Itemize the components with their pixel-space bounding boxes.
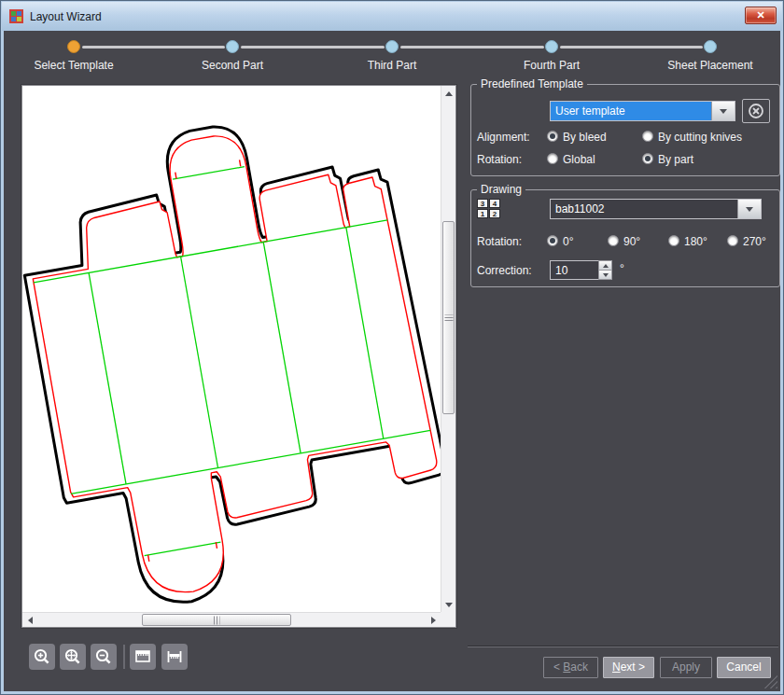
- scroll-down-button[interactable]: [441, 597, 456, 612]
- step-dot-second-part[interactable]: [226, 40, 239, 53]
- drawing-combobox-dropdown[interactable]: [737, 200, 761, 218]
- drawing-rotation-label: Rotation:: [477, 235, 522, 248]
- alignment-by-bleed-label[interactable]: By bleed: [563, 131, 607, 144]
- apply-button[interactable]: Apply: [660, 657, 712, 678]
- dieline-drawing: [22, 86, 441, 612]
- rotation-global-label[interactable]: Global: [563, 153, 595, 166]
- rotation-180-label[interactable]: 180°: [684, 235, 707, 248]
- window-title: Layout Wizard: [30, 10, 102, 23]
- template-combobox-dropdown[interactable]: [711, 102, 735, 120]
- predefined-template-title: Predefined Template: [477, 77, 587, 90]
- footer-separator: [468, 646, 778, 647]
- drawing-combobox[interactable]: bab11002: [550, 199, 762, 219]
- step-dot-sheet-placement[interactable]: [704, 40, 717, 53]
- step-label: Fourth Part: [524, 59, 580, 72]
- zoom-extents-icon: [63, 647, 82, 666]
- step-connector: [82, 46, 225, 49]
- step-dot-fourth-part[interactable]: [545, 40, 558, 53]
- step-label: Select Template: [34, 59, 113, 72]
- vertical-scroll-thumb[interactable]: [442, 221, 455, 414]
- zoom-in-button[interactable]: [29, 644, 55, 670]
- layout-wizard-dialog: Layout Wizard ✕ Select Template Second P…: [0, 0, 784, 695]
- correction-spinner: [550, 260, 612, 280]
- sheet-size-button[interactable]: [130, 644, 156, 670]
- measure-button[interactable]: [161, 644, 188, 670]
- sheet-size-icon: [133, 647, 152, 666]
- alignment-label: Alignment:: [477, 131, 530, 144]
- correction-label: Correction:: [477, 264, 532, 277]
- correction-input[interactable]: [550, 260, 598, 280]
- scrollbar-corner: [441, 612, 455, 627]
- correction-down-button[interactable]: [599, 270, 611, 279]
- clear-template-button[interactable]: [742, 99, 770, 123]
- rotation-global-radio[interactable]: [547, 153, 558, 164]
- scroll-left-button[interactable]: [22, 613, 37, 628]
- rotation-by-part-radio[interactable]: [642, 153, 653, 164]
- rotation-by-part-label[interactable]: By part: [658, 153, 693, 166]
- step-label: Third Part: [368, 59, 417, 72]
- step-connector: [400, 46, 544, 49]
- horizontal-scroll-thumb[interactable]: [142, 614, 291, 626]
- rotation-90-label[interactable]: 90°: [623, 235, 640, 248]
- resize-grip[interactable]: [764, 675, 777, 688]
- rotation-270-label[interactable]: 270°: [743, 235, 766, 248]
- rotation-270-radio[interactable]: [727, 235, 738, 246]
- circle-x-icon: [748, 103, 764, 119]
- correction-unit: °: [620, 262, 624, 275]
- zoom-out-button[interactable]: [91, 644, 117, 670]
- measure-icon: [165, 647, 184, 666]
- rotation-180-radio[interactable]: [668, 235, 679, 246]
- cancel-button[interactable]: Cancel: [717, 657, 771, 678]
- rotation-0-label[interactable]: 0°: [563, 235, 573, 248]
- next-button[interactable]: Next >: [603, 657, 654, 678]
- alignment-by-cutting-knives-radio[interactable]: [642, 131, 653, 142]
- template-combobox-value: User template: [551, 102, 711, 120]
- title-bar[interactable]: Layout Wizard: [2, 2, 782, 31]
- zoom-out-icon: [94, 647, 113, 666]
- step-label: Second Part: [202, 59, 263, 72]
- horizontal-scrollbar[interactable]: [22, 612, 441, 627]
- zoom-in-icon: [33, 647, 51, 666]
- app-icon: [9, 9, 23, 23]
- step-dot-select-template[interactable]: [67, 40, 80, 53]
- zoom-extents-button[interactable]: [60, 644, 86, 670]
- scroll-up-button[interactable]: [441, 86, 456, 101]
- dieline-canvas[interactable]: [22, 86, 441, 612]
- alignment-by-cutting-knives-label[interactable]: By cutting knives: [658, 131, 742, 144]
- drawing-group-title: Drawing: [477, 183, 525, 196]
- template-rotation-label: Rotation:: [477, 153, 522, 166]
- template-combobox[interactable]: User template: [550, 101, 735, 121]
- rotation-90-radio[interactable]: [608, 235, 619, 246]
- back-button[interactable]: < Back: [543, 657, 598, 678]
- alignment-by-bleed-radio[interactable]: [547, 131, 558, 142]
- vertical-scrollbar[interactable]: [441, 86, 455, 612]
- step-connector: [560, 46, 703, 49]
- scroll-right-button[interactable]: [426, 613, 441, 628]
- toolbar-separator: [123, 645, 125, 669]
- correction-up-button[interactable]: [599, 261, 611, 270]
- drawing-combobox-value: bab11002: [551, 200, 737, 218]
- step-dot-third-part[interactable]: [385, 40, 399, 53]
- drawing-viewport: [21, 85, 456, 628]
- part-numbers-icon: 3412: [477, 199, 500, 218]
- step-connector: [241, 46, 385, 49]
- close-button[interactable]: ✕: [745, 7, 777, 24]
- rotation-0-radio[interactable]: [547, 235, 558, 246]
- step-label: Sheet Placement: [667, 59, 752, 72]
